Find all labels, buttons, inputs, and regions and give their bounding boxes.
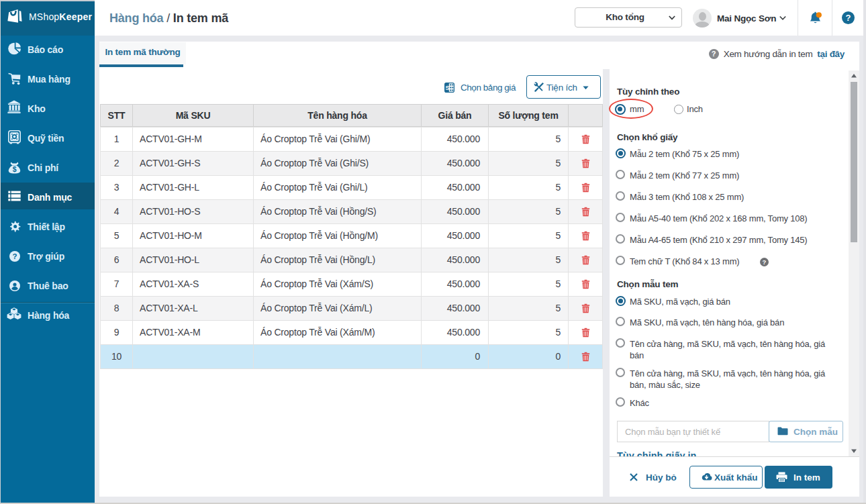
svg-text:S: S <box>446 85 450 91</box>
svg-text:$: $ <box>13 165 17 173</box>
svg-text:?: ? <box>13 252 17 260</box>
